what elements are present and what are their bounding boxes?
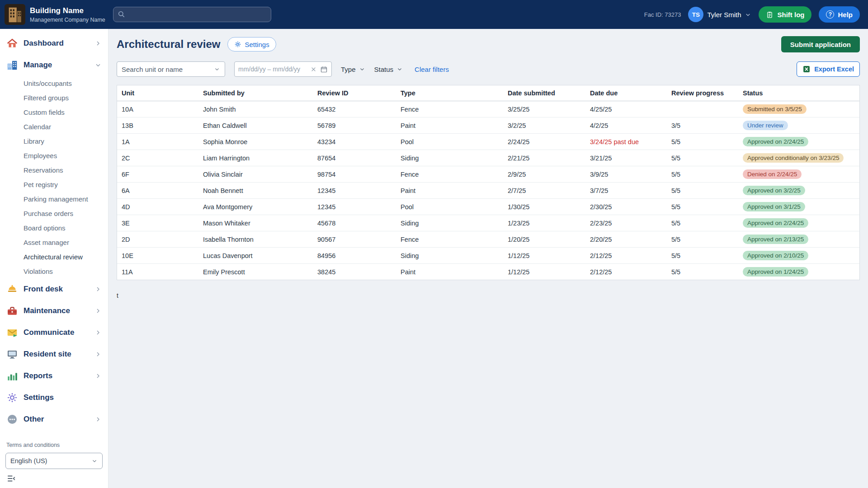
cell-type: Pool xyxy=(396,134,503,150)
toolbox-icon xyxy=(6,305,18,317)
cell-review-id: 84956 xyxy=(313,248,396,264)
settings-button[interactable]: Settings xyxy=(227,37,276,52)
sidebar-subnav-manage: Units/occupantsFiltered groupsCustom fie… xyxy=(0,76,108,278)
cell-unit: 6A xyxy=(117,183,198,199)
sidebar-item-front-desk[interactable]: Front desk xyxy=(0,278,108,300)
sidebar-item-units-occupants[interactable]: Units/occupants xyxy=(0,76,108,90)
shift-log-button[interactable]: Shift log xyxy=(759,6,811,23)
cell-review-id: 56789 xyxy=(313,117,396,134)
sidebar-item-settings[interactable]: Settings xyxy=(0,387,108,408)
column-header-type[interactable]: Type xyxy=(396,85,503,101)
type-filter-dropdown[interactable]: Type xyxy=(341,66,365,73)
sidebar-item-reports[interactable]: Reports xyxy=(0,365,108,387)
sidebar-item-parking-management[interactable]: Parking management xyxy=(0,192,108,206)
monitor-icon xyxy=(6,348,18,360)
cell-unit: 13B xyxy=(117,117,198,134)
sidebar-item-asset-manager[interactable]: Asset manager xyxy=(0,235,108,249)
sidebar-item-dashboard[interactable]: Dashboard xyxy=(0,33,108,54)
submit-application-button[interactable]: Submit application xyxy=(781,36,860,52)
table-row[interactable]: 1ASophia Monroe43234Pool2/24/253/24/25 p… xyxy=(117,134,859,150)
table-row[interactable]: 6ANoah Bennett12345Paint2/7/253/7/255/5A… xyxy=(117,183,859,199)
sidebar-item-other[interactable]: Other xyxy=(0,408,108,430)
cell-submitted-by: Ava Montgomery xyxy=(198,199,313,215)
user-menu[interactable]: TS Tyler Smith xyxy=(688,7,751,22)
cell-review-id: 43234 xyxy=(313,134,396,150)
column-header-review-progress[interactable]: Review progress xyxy=(667,85,738,101)
status-badge: Submitted on 3/5/25 xyxy=(743,104,807,114)
cell-type: Paint xyxy=(396,183,503,199)
sidebar-item-communicate[interactable]: Communicate xyxy=(0,322,108,343)
sidebar-item-maintenance[interactable]: Maintenance xyxy=(0,300,108,322)
cell-type: Paint xyxy=(396,264,503,280)
cell-review-id: 12345 xyxy=(313,183,396,199)
date-range-input[interactable] xyxy=(238,66,307,73)
table-row[interactable]: 10ELucas Davenport84956Siding1/12/252/12… xyxy=(117,248,859,264)
top-bar: Building Name Management Company Name Fa… xyxy=(0,0,868,29)
table-row[interactable]: 4DAva Montgomery12345Pool1/30/252/30/255… xyxy=(117,199,859,215)
table-row[interactable]: 2CLiam Harrington87654Siding2/21/253/21/… xyxy=(117,150,859,166)
sidebar-item-resident-site[interactable]: Resident site xyxy=(0,343,108,365)
sidebar-item-pet-registry[interactable]: Pet registry xyxy=(0,177,108,192)
cell-unit: 2D xyxy=(117,231,198,248)
building-logo[interactable] xyxy=(5,4,25,25)
sidebar-item-custom-fields[interactable]: Custom fields xyxy=(0,105,108,119)
calendar-icon[interactable] xyxy=(320,66,328,73)
table-row[interactable]: 6FOlivia Sinclair98754Fence2/9/253/9/255… xyxy=(117,166,859,183)
cell-status: Submitted on 3/5/25 xyxy=(738,101,859,117)
column-header-date-submitted[interactable]: Date submitted xyxy=(503,85,585,101)
column-header-unit[interactable]: Unit xyxy=(117,85,198,101)
cell-status: Approved conditionally on 3/23/25 xyxy=(738,150,859,166)
chevron-down-icon xyxy=(214,66,220,72)
column-header-status[interactable]: Status xyxy=(738,85,859,101)
sidebar-item-architectural-review[interactable]: Architectural review xyxy=(0,249,108,264)
chevron-right-icon xyxy=(94,307,102,314)
search-icon xyxy=(117,10,126,19)
settings-button-label: Settings xyxy=(245,41,269,48)
chevron-right-icon xyxy=(94,416,102,423)
sidebar-item-manage[interactable]: Manage xyxy=(0,54,108,76)
status-badge: Approved on 1/24/25 xyxy=(743,267,808,277)
sidebar-item-calendar[interactable]: Calendar xyxy=(0,119,108,134)
terms-and-conditions-link[interactable]: Terms and conditions xyxy=(6,442,102,448)
sidebar-item-label: Communicate xyxy=(24,328,94,337)
status-filter-dropdown[interactable]: Status xyxy=(374,66,403,73)
cell-submitted-by: Emily Prescott xyxy=(198,264,313,280)
sidebar-item-employees[interactable]: Employees xyxy=(0,148,108,163)
chevron-right-icon xyxy=(94,329,102,336)
column-header-review-id[interactable]: Review ID xyxy=(313,85,396,101)
unit-search-combobox[interactable]: Search unit or name xyxy=(117,61,225,77)
cell-date-submitted: 3/2/25 xyxy=(503,117,585,134)
clipboard-icon xyxy=(766,11,774,19)
chevron-down-icon xyxy=(359,66,365,72)
help-button[interactable]: ? Help xyxy=(819,6,860,23)
sidebar: DashboardManageUnits/occupantsFiltered g… xyxy=(0,29,108,488)
sidebar-item-board-options[interactable]: Board options xyxy=(0,221,108,235)
question-icon: ? xyxy=(826,10,834,19)
sidebar-item-violations[interactable]: Violations xyxy=(0,264,108,278)
column-header-date-due[interactable]: Date due xyxy=(585,85,667,101)
global-search-input[interactable] xyxy=(113,7,271,22)
table-row[interactable]: 10AJohn Smith65432Fence3/25/254/25/25Sub… xyxy=(117,101,859,117)
cell-unit: 1A xyxy=(117,134,198,150)
table-row[interactable]: 11AEmily Prescott38245Paint1/12/252/12/2… xyxy=(117,264,859,280)
collapse-sidebar-button[interactable] xyxy=(6,474,16,483)
cell-submitted-by: Ethan Caldwell xyxy=(198,117,313,134)
table-row[interactable]: 3EMason Whitaker45678Siding1/23/252/23/2… xyxy=(117,215,859,231)
sidebar-item-library[interactable]: Library xyxy=(0,134,108,148)
column-header-submitted-by[interactable]: Submitted by xyxy=(198,85,313,101)
clear-dates-icon[interactable] xyxy=(310,66,317,73)
table-row[interactable]: 2DIsabella Thornton90567Fence1/20/252/20… xyxy=(117,231,859,248)
cell-unit: 10A xyxy=(117,101,198,117)
sidebar-item-purchase-orders[interactable]: Purchase orders xyxy=(0,206,108,221)
cell-date-submitted: 2/9/25 xyxy=(503,166,585,183)
sidebar-item-filtered-groups[interactable]: Filtered groups xyxy=(0,90,108,105)
sidebar-item-label: Reports xyxy=(24,371,94,380)
export-excel-button[interactable]: Export Excel xyxy=(797,61,860,77)
cell-progress: 5/5 xyxy=(667,150,738,166)
sidebar-item-reservations[interactable]: Reservations xyxy=(0,163,108,177)
clear-filters-link[interactable]: Clear filters xyxy=(415,66,449,73)
table-row[interactable]: 13BEthan Caldwell56789Paint3/2/254/2/253… xyxy=(117,117,859,134)
language-selector[interactable]: English (US) xyxy=(5,453,103,469)
avatar: TS xyxy=(688,7,703,22)
status-badge: Approved on 3/2/25 xyxy=(743,186,805,195)
